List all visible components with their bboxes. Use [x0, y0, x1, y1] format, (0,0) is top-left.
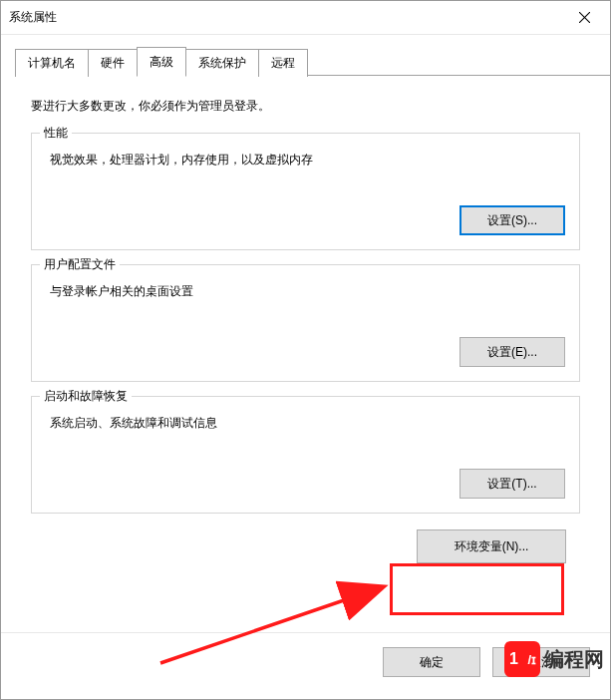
tab-strip: 计算机名 硬件 高级 系统保护 远程 [15, 47, 610, 76]
tab-advanced[interactable]: 高级 [137, 47, 186, 77]
ok-button[interactable]: 确定 [383, 647, 480, 677]
group-performance-desc: 视觉效果，处理器计划，内存使用，以及虚拟内存 [50, 152, 565, 170]
window-title: 系统属性 [9, 9, 57, 26]
user-profiles-settings-button[interactable]: 设置(E)... [459, 337, 565, 367]
tab-hardware[interactable]: 硬件 [88, 49, 138, 77]
group-user-profiles-title: 用户配置文件 [40, 256, 120, 273]
group-performance-title: 性能 [40, 125, 72, 142]
group-performance: 性能 视觉效果，处理器计划，内存使用，以及虚拟内存 设置(S)... [31, 133, 580, 250]
performance-settings-button[interactable]: 设置(S)... [459, 205, 565, 235]
watermark: 编程网 [504, 641, 604, 677]
startup-recovery-settings-button[interactable]: 设置(T)... [459, 469, 565, 499]
titlebar: 系统属性 [1, 1, 610, 35]
group-startup-recovery: 启动和故障恢复 系统启动、系统故障和调试信息 设置(T)... [31, 396, 580, 514]
close-button[interactable] [562, 2, 606, 34]
watermark-logo-icon [504, 641, 540, 677]
close-icon [579, 12, 590, 23]
environment-variables-button[interactable]: 环境变量(N)... [417, 529, 566, 563]
group-startup-recovery-desc: 系统启动、系统故障和调试信息 [50, 415, 565, 433]
group-startup-recovery-title: 启动和故障恢复 [40, 388, 132, 405]
tab-content: 要进行大多数更改，你必须作为管理员登录。 性能 视觉效果，处理器计划，内存使用，… [1, 76, 610, 573]
tab-system-protection[interactable]: 系统保护 [185, 49, 259, 77]
watermark-text: 编程网 [544, 646, 604, 673]
tab-computer-name[interactable]: 计算机名 [15, 49, 89, 77]
tab-remote[interactable]: 远程 [258, 49, 308, 77]
group-user-profiles-desc: 与登录帐户相关的桌面设置 [50, 283, 565, 301]
group-user-profiles: 用户配置文件 与登录帐户相关的桌面设置 设置(E)... [31, 264, 580, 382]
intro-text: 要进行大多数更改，你必须作为管理员登录。 [31, 98, 580, 115]
